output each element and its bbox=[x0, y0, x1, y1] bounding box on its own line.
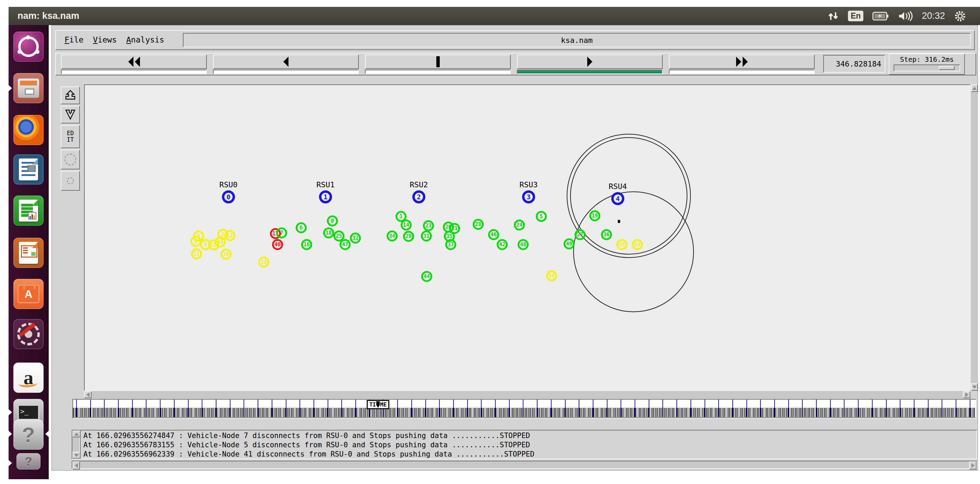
vehicle-node-yellow[interactable]: 13 bbox=[258, 256, 269, 267]
scroll-right-button[interactable] bbox=[969, 462, 977, 470]
step-slider[interactable] bbox=[894, 64, 960, 72]
network-updown-icon[interactable] bbox=[827, 7, 839, 25]
select-small-button[interactable] bbox=[61, 171, 80, 191]
vehicle-node-green[interactable]: 27 bbox=[574, 229, 585, 240]
scroll-down-button[interactable] bbox=[72, 452, 81, 459]
sound-icon[interactable] bbox=[898, 7, 913, 25]
timeline-blue-tick bbox=[718, 400, 719, 417]
title-bar[interactable]: nam: ksa.nam En bbox=[9, 7, 980, 25]
scroll-up-button[interactable] bbox=[72, 430, 81, 437]
scroll-right-button[interactable] bbox=[963, 392, 970, 398]
vehicle-node-yellow[interactable]: 54 bbox=[546, 270, 557, 281]
vehicle-node-green[interactable]: 16 bbox=[301, 239, 312, 250]
launcher-item-files[interactable] bbox=[13, 73, 44, 103]
fast-forward-button[interactable] bbox=[669, 54, 815, 69]
menu-views[interactable]: Views bbox=[93, 35, 117, 44]
canvas-hscrollbar[interactable] bbox=[84, 392, 970, 398]
vehicle-node-yellow[interactable]: 10 bbox=[221, 249, 232, 260]
timeline-ticks bbox=[73, 408, 975, 417]
rewind-active-strip bbox=[61, 70, 207, 74]
zoom-in-button[interactable] bbox=[61, 86, 80, 104]
vehicle-node-yellow[interactable]: 12 bbox=[224, 230, 235, 241]
vehicle-node-green[interactable]: 0 bbox=[327, 215, 338, 226]
timeline-blue-tick bbox=[844, 400, 845, 417]
vehicle-node-green[interactable]: 5 bbox=[536, 211, 547, 222]
vehicle-node-green[interactable]: 47 bbox=[340, 239, 350, 250]
step-control: Step: 316.2ms bbox=[889, 54, 965, 75]
trace-file-name: ksa.nam bbox=[561, 36, 593, 45]
keyboard-layout-indicator[interactable]: En bbox=[848, 7, 863, 25]
rsu-node[interactable]: 3 bbox=[522, 190, 535, 204]
launcher-item-nam2[interactable]: ? bbox=[16, 453, 40, 470]
launcher-item-amazon[interactable]: a bbox=[13, 363, 44, 393]
vehicle-node-green[interactable]: 32 bbox=[350, 232, 361, 244]
vehicle-node-yellow[interactable]: 45 bbox=[616, 239, 627, 250]
vehicle-node-green[interactable]: 44 bbox=[421, 271, 432, 282]
vehicle-node-green[interactable]: 28 bbox=[473, 219, 484, 230]
rsu-node[interactable]: 4 bbox=[611, 192, 624, 205]
scroll-left-button[interactable] bbox=[84, 392, 92, 398]
vehicle-node-green[interactable]: 34 bbox=[387, 231, 398, 242]
timeline-blue-tick bbox=[467, 400, 468, 417]
launcher-item-settings[interactable] bbox=[13, 319, 44, 349]
vehicle-node-green[interactable]: 24 bbox=[514, 220, 525, 231]
log-vscrollbar[interactable] bbox=[72, 430, 80, 459]
animation-canvas[interactable]: RSU00RSU11RSU22RSU33RSU44893153321211101… bbox=[84, 84, 970, 391]
vehicle-node-green[interactable]: 29 bbox=[403, 231, 414, 242]
timeline-blue-tick bbox=[593, 400, 593, 417]
vehicle-node-green[interactable]: 7 bbox=[276, 228, 287, 239]
select-large-button[interactable] bbox=[61, 150, 80, 169]
launcher-item-writer[interactable] bbox=[13, 154, 44, 185]
play-active-strip bbox=[517, 70, 663, 74]
vehicle-node-red[interactable]: 40 bbox=[272, 239, 283, 250]
battery-icon[interactable] bbox=[872, 7, 889, 25]
vehicle-node-green[interactable]: 14 bbox=[401, 220, 412, 231]
vehicle-node-green[interactable]: 18 bbox=[323, 228, 334, 239]
rewind-button[interactable] bbox=[61, 54, 207, 69]
launcher-item-impress[interactable] bbox=[13, 238, 44, 268]
zoom-out-button[interactable] bbox=[61, 106, 80, 124]
canvas-vscrollbar[interactable] bbox=[971, 84, 978, 391]
timeline-blue-tick bbox=[397, 400, 398, 417]
rsu-node[interactable]: 2 bbox=[412, 190, 425, 204]
scroll-left-button[interactable] bbox=[72, 462, 80, 470]
playback-controls: 346.828184 Step: 316.2ms bbox=[55, 53, 976, 75]
vehicle-node-green[interactable]: 6 bbox=[296, 222, 307, 233]
rsu-label: RSU3 bbox=[520, 180, 538, 189]
vehicle-node-green[interactable]: 48 bbox=[518, 239, 528, 250]
launcher-item-nam[interactable]: ? bbox=[13, 420, 44, 450]
vehicle-node-green[interactable]: 37 bbox=[445, 239, 456, 250]
launcher-item-dash[interactable] bbox=[13, 32, 44, 62]
stop-button[interactable] bbox=[365, 54, 511, 69]
vehicle-node-yellow[interactable]: 11 bbox=[191, 248, 202, 260]
play-button[interactable] bbox=[517, 54, 663, 69]
scroll-down-button[interactable] bbox=[971, 383, 978, 391]
step-slider-handle[interactable] bbox=[939, 66, 955, 70]
launcher-item-software[interactable]: A bbox=[13, 279, 44, 309]
session-gear-icon[interactable] bbox=[954, 7, 966, 25]
vehicle-node-green[interactable]: 42 bbox=[497, 239, 508, 250]
time-marker[interactable]: TI ME bbox=[367, 400, 389, 409]
launcher-item-calc[interactable] bbox=[13, 196, 44, 226]
menu-file[interactable]: File bbox=[65, 35, 83, 44]
step-back-button[interactable] bbox=[213, 54, 359, 69]
vehicle-node-green[interactable]: 19 bbox=[589, 210, 600, 221]
vehicle-node-green[interactable]: 49 bbox=[563, 239, 574, 249]
rsu-node[interactable]: 0 bbox=[222, 190, 235, 204]
vehicle-node-green[interactable]: 46 bbox=[488, 229, 499, 240]
timeline-blue-tick bbox=[523, 400, 523, 417]
rsu-node[interactable]: 1 bbox=[319, 190, 332, 204]
timeline-blue-tick bbox=[188, 400, 189, 417]
vehicle-node-green[interactable]: 23 bbox=[423, 220, 434, 231]
log-hscrollbar[interactable] bbox=[72, 461, 977, 469]
edit-button[interactable]: ED IT bbox=[61, 125, 80, 148]
vehicle-node-green[interactable]: 36 bbox=[601, 229, 612, 240]
launcher-item-firefox[interactable] bbox=[13, 115, 44, 145]
vehicle-node-green[interactable]: 31 bbox=[421, 231, 432, 242]
menu-analysis[interactable]: Analysis bbox=[126, 35, 164, 44]
scroll-up-button[interactable] bbox=[971, 84, 978, 92]
clock[interactable]: 20:32 bbox=[922, 7, 945, 25]
time-slider[interactable]: TI ME bbox=[72, 399, 976, 419]
vehicle-node-yellow[interactable]: 69 bbox=[632, 239, 643, 250]
timeline-blue-tick bbox=[286, 400, 286, 417]
